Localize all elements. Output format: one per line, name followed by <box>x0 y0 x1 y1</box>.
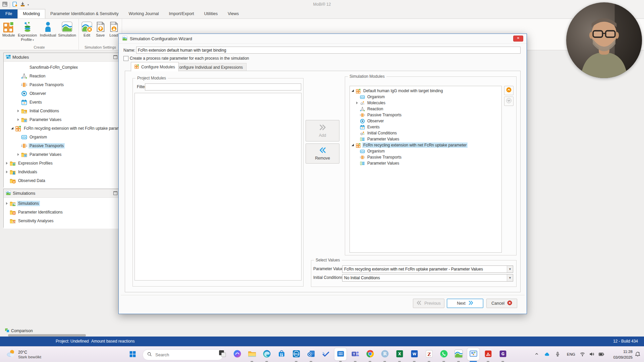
tree-item-events[interactable]: Events <box>350 124 501 130</box>
taskbar-app-dell[interactable]: DELL <box>289 347 304 362</box>
modules-panel-header[interactable]: Modules <box>4 53 119 62</box>
close-button[interactable]: ✕ <box>513 36 523 42</box>
tree-expander-icon[interactable] <box>11 126 15 130</box>
tree-item-fcrn-recycling-extension-with-net-fcrn-u[interactable]: FcRn recycling extension with net FcRn u… <box>350 142 501 148</box>
taskbar-app-whatsapp[interactable] <box>436 347 451 362</box>
tree-item-passive-transports[interactable]: Passive Transports <box>350 112 501 118</box>
tree-item-parameter-values[interactable]: Parameter Values <box>350 160 501 166</box>
taskbar-app-word[interactable]: W <box>407 347 422 362</box>
tree-item-molecules[interactable]: Molecules <box>350 100 501 106</box>
taskbar-app-r[interactable]: R <box>377 347 392 362</box>
taskbar-app-acrobat[interactable] <box>481 347 495 362</box>
tree-expander-icon[interactable] <box>351 143 355 147</box>
tree-item-observer[interactable]: Observer <box>4 89 119 98</box>
taskbar-app-microsoft-store[interactable] <box>274 347 289 362</box>
tree-expander-icon[interactable] <box>16 109 20 113</box>
ribbon-button-simulation[interactable]: Simulation <box>57 20 77 38</box>
tree-item-events[interactable]: Events <box>4 98 119 107</box>
tree-item-fcrn-recycling-extension-with-net-fcrn-u[interactable]: FcRn recycling extension with net FcRn u… <box>4 124 119 133</box>
taskbar-app-teams[interactable]: T <box>348 347 363 362</box>
tree-item-organism[interactable]: Organism <box>350 148 501 154</box>
tree-item-parameter-values[interactable]: Parameter Values <box>4 150 119 159</box>
wifi-icon[interactable] <box>580 351 585 358</box>
tree-item-passive-transports[interactable]: Passive Transports <box>4 80 119 89</box>
parameter-values-dropdown[interactable]: FcRn recycling extension with net FcRn u… <box>342 265 513 273</box>
ribbon-tab-file[interactable]: File <box>0 9 17 18</box>
taskbar-app-zotero[interactable]: Z <box>422 347 436 362</box>
ribbon-button-module[interactable]: Module <box>1 20 16 38</box>
tree-expander-icon[interactable] <box>5 201 9 205</box>
tree-item-reaction[interactable]: Reaction <box>350 106 501 112</box>
add-button[interactable]: Add <box>306 120 339 141</box>
open-project-icon[interactable] <box>12 1 18 8</box>
tree-item-simulations[interactable]: Simulations <box>4 199 119 208</box>
taskbar-app-excel[interactable]: X <box>392 347 407 362</box>
tree-expander-icon[interactable] <box>5 161 9 165</box>
project-modules-list[interactable] <box>135 93 302 281</box>
tree-expander-icon[interactable] <box>355 101 359 105</box>
speaker-icon[interactable] <box>589 351 595 358</box>
ribbon-tab-modeling[interactable]: Modeling <box>17 9 45 18</box>
taskbar-app-photos[interactable] <box>215 347 230 362</box>
process-rate-checkbox[interactable] <box>123 56 128 61</box>
ribbon-tab-utilities[interactable]: Utilities <box>199 9 223 18</box>
taskbar-app-g-app[interactable]: G <box>495 347 510 362</box>
ribbon-tab-working-journal[interactable]: Working Journal <box>123 9 164 18</box>
ribbon-button-save[interactable]: PKMLSave <box>94 20 107 38</box>
onedrive-icon[interactable] <box>544 351 550 359</box>
ribbon-button-individual[interactable]: Individual <box>39 20 57 38</box>
ribbon-tab-parameter-identification-sensitivity[interactable]: Parameter Identification & Sensitivity <box>45 9 124 18</box>
tree-expander-icon[interactable] <box>16 118 20 122</box>
tree-item-observer[interactable]: Observer <box>350 118 501 124</box>
tree-item-sensitivity-analyses[interactable]: SSensitivity Analyses <box>4 217 119 225</box>
taskbar-app-mobi-active[interactable] <box>466 347 481 362</box>
tray-expand-chevron-icon[interactable] <box>534 351 539 358</box>
ribbon-tab-views[interactable]: Views <box>223 9 244 18</box>
simulations-panel-header[interactable]: Simulations <box>4 189 119 198</box>
filter-input[interactable] <box>145 83 301 90</box>
tree-expander-icon[interactable] <box>5 170 9 174</box>
battery-icon[interactable] <box>598 351 604 359</box>
tree-item-passive-transports[interactable]: Passive Transports <box>4 141 119 150</box>
tree-item-sanofimab-fcrn-complex[interactable]: Sanofimab-FcRn_Complex <box>4 63 119 72</box>
move-up-button[interactable] <box>504 86 514 95</box>
chevron-down-icon[interactable]: ▼ <box>507 275 513 281</box>
taskbar-app-copilot[interactable] <box>230 347 245 362</box>
initial-conditions-dropdown[interactable]: No Initial Conditions ▼ <box>342 274 513 282</box>
taskbar-app-mobi[interactable] <box>451 347 466 362</box>
panel-minimize-icon[interactable] <box>113 191 117 195</box>
previous-button[interactable]: Previous <box>413 299 444 308</box>
panel-minimize-icon[interactable] <box>113 55 117 59</box>
clock[interactable]: 11:28 03/09/2025 <box>613 349 633 360</box>
tree-item-reaction[interactable]: Reaction <box>4 72 119 80</box>
tab-configure-modules[interactable]: Configure Modules <box>131 62 179 71</box>
tree-item-initial-conditions[interactable]: Initial Conditions <box>350 130 501 136</box>
comparison-tab[interactable]: Comparison <box>5 328 33 334</box>
tree-item-individuals[interactable]: Individuals <box>4 168 119 176</box>
taskbar-app-edge[interactable] <box>259 347 274 362</box>
tree-item-passive-transports[interactable]: Passive Transports <box>350 154 501 160</box>
tree-expander-icon[interactable] <box>351 89 355 93</box>
search-box[interactable] <box>143 349 223 360</box>
taskbar-app-dots-app[interactable] <box>333 347 348 362</box>
simulation-modules-tree[interactable]: Default human IgG model with target bind… <box>350 86 502 253</box>
next-button[interactable]: Next <box>447 299 483 308</box>
taskbar-app-file-explorer[interactable] <box>245 347 259 362</box>
ribbon-button-edit[interactable]: Edit <box>80 20 94 38</box>
tree-item-parameter-values[interactable]: Parameter Values <box>350 136 501 142</box>
taskbar-app-outlook[interactable] <box>304 347 318 362</box>
tree-item-organism[interactable]: Organism <box>350 94 501 100</box>
ribbon-button-expression-profile[interactable]: Expression Profile <box>16 20 39 43</box>
import-icon[interactable] <box>20 1 25 8</box>
tree-item-default-human-igg-model-with-target-bind[interactable]: Default human IgG model with target bind… <box>350 88 501 94</box>
tree-item-observed-data[interactable]: Observed Data <box>4 176 119 185</box>
tree-expander-icon[interactable] <box>16 153 20 157</box>
microphone-icon[interactable] <box>555 351 560 358</box>
cancel-button[interactable]: Cancel <box>486 299 517 308</box>
ribbon-tab-import-export[interactable]: Import/Export <box>164 9 199 18</box>
taskbar-app-todo[interactable] <box>318 347 333 362</box>
move-down-button[interactable] <box>504 97 514 106</box>
name-input[interactable] <box>136 47 521 54</box>
horizontal-scrollbar-thumb[interactable] <box>8 334 86 337</box>
taskbar-app-chrome[interactable] <box>363 347 377 362</box>
